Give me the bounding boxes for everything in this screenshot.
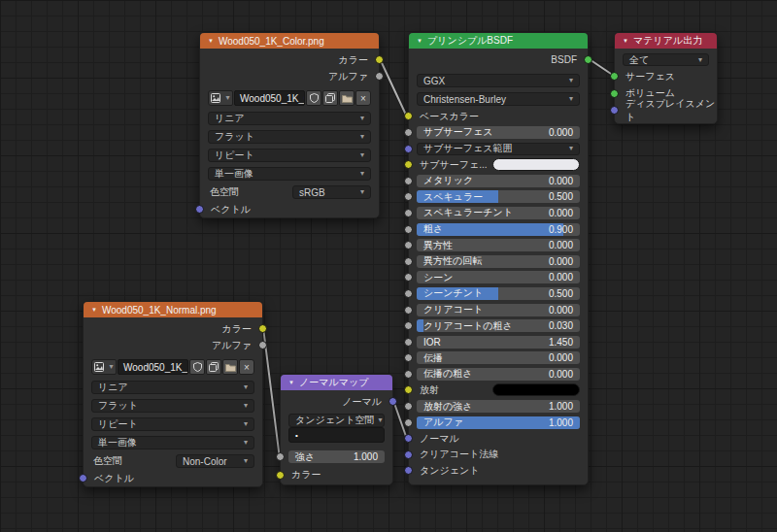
gray-input-socket[interactable] [404,321,413,330]
image-texture-node-color[interactable]: ▼ Wood050_1K_Color.png カラー アルファ ▾ Wood05… [199,32,380,218]
gray-input-socket[interactable] [404,257,413,266]
purple-input-socket[interactable] [404,434,413,443]
interpolation-dropdown[interactable]: リニア ▾ [208,112,371,125]
bsdf-output-socket[interactable] [584,55,592,64]
open-image-button[interactable] [222,359,238,375]
param-slider[interactable]: サブサーフェス0.000 [417,126,580,139]
surface-input-socket[interactable] [610,72,619,81]
collapse-icon[interactable]: ▼ [623,38,628,44]
source-dropdown[interactable]: 単一画像 ▾ [91,436,254,449]
gray-input-socket[interactable] [404,241,413,249]
gray-input-socket[interactable] [404,128,413,137]
image-browse-button[interactable]: ▾ [91,359,117,375]
fake-user-button[interactable] [306,90,321,106]
node-header[interactable]: ▼ Wood050_1K_Color.png [200,33,379,49]
wire-color-to-basecolor[interactable] [380,59,408,119]
image-name-field[interactable]: Wood050_1K_No... [118,359,188,375]
gray-input-socket[interactable] [404,273,413,282]
image-name-field[interactable]: Wood050_1K_Co... [234,90,305,106]
param-slider[interactable]: メタリック0.000 [417,175,580,187]
param-slider[interactable]: クリアコートの粗さ0.030 [417,319,580,332]
purple-input-socket[interactable] [404,466,413,475]
material-output-node[interactable]: ▼ マテリアル出力 全て ▾ サーフェス ボリューム ディスプレイスメント [614,32,718,124]
yellow-input-socket[interactable] [404,385,413,394]
gray-input-socket[interactable] [404,402,413,411]
fake-user-button[interactable] [189,359,205,375]
subsurface-method-dropdown[interactable]: Christensen-Burley ▾ [417,92,580,106]
purple-input-socket[interactable] [404,450,413,459]
vector-input-socket[interactable] [79,474,87,482]
volume-input-socket[interactable] [610,89,619,98]
gray-input-socket[interactable] [404,338,413,347]
extension-dropdown[interactable]: リピート ▾ [91,417,254,431]
param-slider[interactable]: スペキュラーチント0.000 [417,207,580,219]
node-header[interactable]: ▼ プリンシプルBSDF [409,33,588,49]
color-swatch[interactable] [492,158,580,171]
vector-input-socket[interactable] [195,205,204,214]
node-header[interactable]: ▼ マテリアル出力 [615,33,717,49]
gray-input-socket[interactable] [404,353,413,362]
gray-input-socket[interactable] [404,209,413,217]
param-slider[interactable]: アルファ1.000 [417,416,580,429]
param-slider[interactable]: 伝播0.000 [417,351,580,364]
gray-input-socket[interactable] [404,306,413,315]
strength-slider[interactable]: 強さ 1.000 [288,450,385,463]
param-slider[interactable]: IOR1.450 [417,336,580,349]
yellow-input-socket[interactable] [404,112,413,120]
new-image-button[interactable] [322,90,338,106]
image-browse-button[interactable]: ▾ [208,90,233,106]
gray-input-socket[interactable] [404,289,413,298]
color-output-socket[interactable] [375,55,384,64]
yellow-input-socket[interactable] [404,160,413,169]
param-slider[interactable]: 伝播の粗さ0.000 [417,368,580,381]
colorspace-dropdown[interactable]: sRGB ▾ [292,185,371,199]
displacement-input-socket[interactable] [610,106,619,115]
source-dropdown[interactable]: 単一画像 ▾ [208,167,371,181]
normal-map-node[interactable]: ▼ ノーマルマップ ノーマル タンジェント空間 ▾ • 強さ 1.000 カラー [280,374,393,485]
gray-input-socket[interactable] [404,177,413,185]
distribution-dropdown[interactable]: GGX ▾ [417,74,580,87]
param-slider[interactable]: 放射の強さ1.000 [417,400,580,413]
param-slider[interactable]: 異方性の回転0.000 [417,255,580,268]
param-dropdown[interactable]: サブサーフェス範囲▾ [417,143,580,155]
collapse-icon[interactable]: ▼ [417,38,422,44]
gray-input-socket[interactable] [404,418,413,427]
gray-input-socket[interactable] [404,192,413,201]
node-header[interactable]: ▼ ノーマルマップ [281,375,392,390]
principled-bsdf-node[interactable]: ▼ プリンシプルBSDF BSDF GGX ▾ Christensen-Burl… [408,32,589,485]
open-image-button[interactable] [339,90,355,106]
uv-map-field[interactable]: • [288,427,385,443]
colorspace-dropdown[interactable]: Non-Color ▾ [176,454,254,468]
normal-output-socket[interactable] [388,397,397,406]
chevron-down-icon: ▾ [378,416,382,424]
node-header[interactable]: ▼ Wood050_1K_Normal.png [84,302,262,317]
gray-input-socket[interactable] [404,225,413,234]
color-output-socket[interactable] [258,324,267,333]
param-slider[interactable]: シーンチント0.500 [417,287,580,300]
param-slider[interactable]: スペキュラー0.500 [417,190,580,203]
interpolation-dropdown[interactable]: リニア ▾ [91,381,254,394]
unlink-image-button[interactable]: × [239,359,254,375]
color-input-socket[interactable] [276,471,285,480]
purple-input-socket[interactable] [404,145,413,153]
target-dropdown[interactable]: 全て ▾ [623,53,709,66]
projection-dropdown[interactable]: フラット ▾ [91,399,254,413]
new-image-button[interactable] [206,359,221,375]
collapse-icon[interactable]: ▼ [91,307,97,313]
unlink-image-button[interactable]: × [355,90,371,106]
collapse-icon[interactable]: ▼ [288,380,294,385]
collapse-icon[interactable]: ▼ [208,38,214,44]
strength-input-socket[interactable] [276,452,285,461]
extension-dropdown[interactable]: リピート ▾ [208,149,371,162]
alpha-output-socket[interactable] [258,341,267,349]
param-slider[interactable]: 異方性0.000 [417,239,580,251]
param-slider[interactable]: クリアコート0.000 [417,304,580,316]
alpha-output-socket[interactable] [375,72,384,81]
gray-input-socket[interactable] [404,370,413,379]
param-slider[interactable]: 粗さ0.900 [417,223,580,236]
projection-dropdown[interactable]: フラット ▾ [208,130,371,144]
image-texture-node-normal[interactable]: ▼ Wood050_1K_Normal.png カラー アルファ ▾ Wood0… [83,301,263,487]
space-dropdown[interactable]: タンジェント空間 ▾ [288,414,385,427]
param-slider[interactable]: シーン0.000 [417,271,580,283]
color-swatch[interactable] [492,383,580,396]
